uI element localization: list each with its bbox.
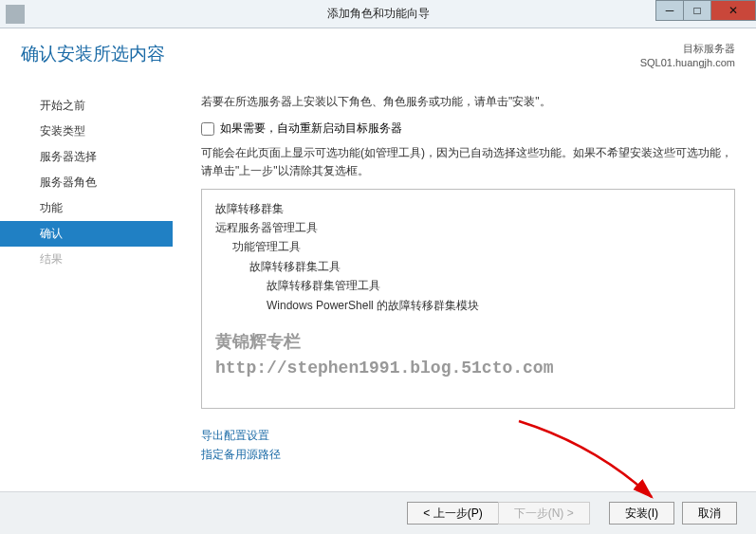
sidebar-item-label: 安装类型 [40, 124, 85, 138]
intro-text: 若要在所选服务器上安装以下角色、角色服务或功能，请单击"安装"。 [201, 93, 735, 111]
config-links: 导出配置设置 指定备用源路径 [201, 426, 735, 465]
window-title: 添加角色和功能向导 [327, 6, 430, 22]
wizard-body: 确认安装所选内容 目标服务器 SQL01.huangjh.com 开始之前 安装… [0, 28, 756, 491]
previous-button[interactable]: < 上一步(P) [407, 502, 497, 525]
auto-restart-row: 如果需要，自动重新启动目标服务器 [201, 120, 735, 137]
sidebar-item-label: 确认 [40, 227, 63, 240]
sidebar-item-install-type[interactable]: 安装类型 [0, 119, 173, 144]
auto-restart-checkbox[interactable] [201, 122, 214, 136]
sidebar-item-results: 结果 [0, 247, 173, 272]
tree-item: 远程服务器管理工具 [215, 218, 721, 237]
minimize-button[interactable]: ─ [655, 0, 684, 21]
sidebar-item-label: 开始之前 [40, 99, 85, 112]
wizard-sidebar: 开始之前 安装类型 服务器选择 服务器角色 功能 确认 结果 [0, 76, 173, 491]
maximize-button[interactable]: □ [683, 0, 711, 21]
sidebar-item-label: 结果 [40, 252, 63, 266]
close-button[interactable]: ✕ [710, 0, 756, 21]
wizard-footer: < 上一步(P) 下一步(N) > 安装(I) 取消 [0, 491, 756, 534]
sidebar-item-label: 服务器选择 [40, 150, 97, 163]
window-titlebar: 添加角色和功能向导 ─ □ ✕ [0, 0, 756, 28]
target-server-info: 目标服务器 SQL01.huangjh.com [640, 42, 735, 71]
optional-note: 可能会在此页面上显示可选功能(如管理工具)，因为已自动选择这些功能。如果不希望安… [201, 144, 735, 180]
tree-item: 故障转移群集管理工具 [215, 276, 721, 295]
auto-restart-label: 如果需要，自动重新启动目标服务器 [220, 120, 402, 137]
nav-button-group: < 上一步(P) 下一步(N) > [407, 502, 589, 525]
tree-item: 功能管理工具 [215, 237, 721, 256]
target-server-label: 目标服务器 [640, 42, 735, 56]
tree-item: 故障转移群集 [215, 199, 721, 218]
page-header: 确认安装所选内容 目标服务器 SQL01.huangjh.com [0, 28, 756, 76]
sidebar-item-label: 服务器角色 [40, 175, 97, 189]
next-button: 下一步(N) > [498, 502, 590, 525]
tree-item: 故障转移群集工具 [215, 257, 721, 276]
cancel-button[interactable]: 取消 [682, 502, 737, 525]
watermark-line1: 黄锦辉专栏 [215, 333, 301, 352]
app-icon [6, 5, 25, 24]
alt-source-link[interactable]: 指定备用源路径 [201, 445, 735, 464]
sidebar-item-server-roles[interactable]: 服务器角色 [0, 170, 173, 195]
page-title: 确认安装所选内容 [21, 42, 165, 66]
window-controls: ─ □ ✕ [656, 0, 756, 21]
export-config-link[interactable]: 导出配置设置 [201, 426, 735, 445]
sidebar-item-server-select[interactable]: 服务器选择 [0, 144, 173, 170]
sidebar-item-before-begin[interactable]: 开始之前 [0, 93, 173, 119]
sidebar-item-features[interactable]: 功能 [0, 195, 173, 221]
target-server-name: SQL01.huangjh.com [640, 56, 735, 70]
content-pane: 若要在所选服务器上安装以下角色、角色服务或功能，请单击"安装"。 如果需要，自动… [173, 76, 756, 491]
main-area: 开始之前 安装类型 服务器选择 服务器角色 功能 确认 结果 若要在所选服务器上… [0, 76, 756, 491]
tree-item: Windows PowerShell 的故障转移群集模块 [215, 296, 721, 315]
sidebar-item-label: 功能 [40, 201, 63, 214]
feature-list-box: 故障转移群集 远程服务器管理工具 功能管理工具 故障转移群集工具 故障转移群集管… [201, 189, 735, 409]
sidebar-item-confirm[interactable]: 确认 [0, 221, 173, 247]
watermark: 黄锦辉专栏 http://stephen1991.blog.51cto.com [215, 330, 553, 381]
watermark-line2: http://stephen1991.blog.51cto.com [215, 359, 553, 377]
install-button[interactable]: 安装(I) [609, 502, 674, 525]
